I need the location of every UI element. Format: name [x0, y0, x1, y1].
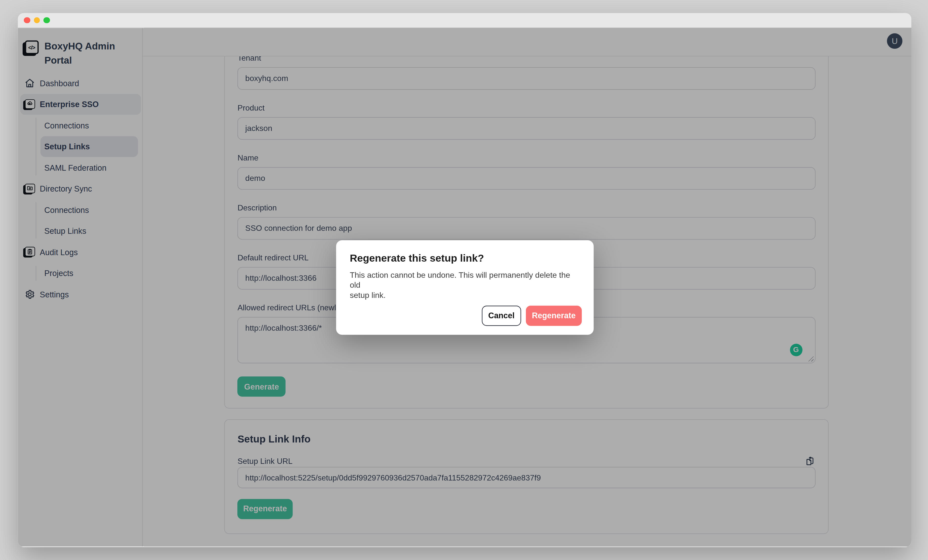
traffic-light-minimize-icon[interactable] [34, 17, 40, 23]
dialog-title: Regenerate this setup link? [350, 252, 579, 265]
dialog-body-line: This action cannot be undone. This will … [350, 270, 579, 290]
regenerate-confirm-dialog: Regenerate this setup link? This action … [336, 240, 593, 334]
screen: Tenant Product Name Description [0, 0, 928, 560]
window-titlebar [18, 13, 911, 28]
traffic-light-zoom-icon[interactable] [44, 17, 50, 23]
dialog-body: This action cannot be undone. This will … [350, 270, 579, 301]
traffic-light-close-icon[interactable] [24, 17, 31, 23]
cancel-button[interactable]: Cancel [482, 305, 521, 325]
dialog-body-line: setup link. [350, 290, 579, 301]
dialog-actions: Cancel Regenerate [482, 305, 582, 325]
confirm-regenerate-button[interactable]: Regenerate [526, 305, 582, 325]
